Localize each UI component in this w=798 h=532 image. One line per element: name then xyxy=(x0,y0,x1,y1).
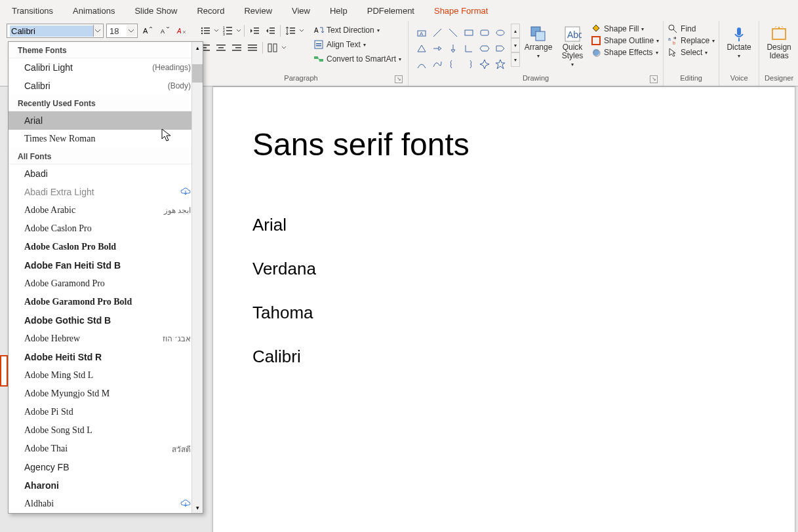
font-option[interactable]: Adobe Song Std L xyxy=(9,421,203,440)
font-dropdown-list[interactable]: ▴ ▾ Theme FontsCalibri Light(Headings)Ca… xyxy=(8,41,203,514)
font-option[interactable]: Calibri(Body) xyxy=(9,77,203,95)
font-option[interactable]: Adobe Thaiสวัสดี xyxy=(9,440,203,458)
select-button[interactable]: Select ▾ xyxy=(668,47,715,58)
numbering-button[interactable]: 123 xyxy=(220,24,235,38)
slide-body-text[interactable]: Calibri xyxy=(252,347,301,367)
increase-indent-button[interactable] xyxy=(263,24,277,38)
shape-rrect-icon[interactable] xyxy=(477,26,492,40)
chevron-down-icon[interactable] xyxy=(236,26,241,36)
tab-transitions[interactable]: Transitions xyxy=(3,2,62,20)
design-ideas-button[interactable]: Design Ideas xyxy=(763,24,795,60)
font-option[interactable]: Adobe Caslon Pro xyxy=(9,219,203,238)
font-option[interactable]: Calibri Light(Headings) xyxy=(9,58,203,77)
shapes-gallery-scroll[interactable]: ▴▾▾ xyxy=(511,24,520,73)
font-size-combo[interactable]: 18 xyxy=(106,24,138,38)
shape-line-icon[interactable] xyxy=(430,26,445,40)
shape-arrow-icon[interactable] xyxy=(430,41,445,56)
shape-hexagon-icon[interactable] xyxy=(477,41,492,56)
shape-rect-icon[interactable] xyxy=(462,26,476,40)
shape-arrow-down-icon[interactable] xyxy=(446,41,460,56)
font-option[interactable]: Adobe Caslon Pro Bold xyxy=(9,238,203,256)
increase-font-size-button[interactable]: A xyxy=(140,24,155,38)
designer-group-label: Designer xyxy=(765,74,793,82)
bullets-button[interactable] xyxy=(198,24,212,38)
font-option[interactable]: Arial xyxy=(9,111,203,130)
font-option[interactable]: Adobe Arabicابجد هوز xyxy=(9,201,203,219)
dictate-button[interactable]: Dictate ▾ xyxy=(723,24,755,60)
tab-review[interactable]: Review xyxy=(235,2,281,20)
font-option[interactable]: Adobe Hebrewאבג׳ הוז xyxy=(9,330,203,348)
shape-effects-button[interactable]: Shape Effects ▾ xyxy=(591,47,659,58)
font-option[interactable]: Adobe Gothic Std B xyxy=(9,311,203,330)
dropdown-section-header: Theme Fonts xyxy=(9,42,203,58)
shape-fill-button[interactable]: Shape Fill ▾ xyxy=(591,24,659,34)
columns-button[interactable] xyxy=(266,41,280,55)
shape-pentagon-icon[interactable] xyxy=(493,41,508,56)
shape-outline-button[interactable]: Shape Outline ▾ xyxy=(591,35,659,46)
slide-body-text[interactable]: Verdana xyxy=(252,259,316,279)
decrease-indent-button[interactable] xyxy=(247,24,262,38)
font-name-combo[interactable] xyxy=(7,24,104,38)
font-option[interactable]: Adobe Myungjo Std M xyxy=(9,385,203,403)
shape-curve-icon[interactable] xyxy=(430,57,445,71)
font-option[interactable]: Adobe Garamond Pro Bold xyxy=(9,293,203,311)
font-option[interactable]: Aharoni xyxy=(9,476,203,495)
shape-textbox-icon[interactable]: A xyxy=(414,26,429,40)
line-spacing-button[interactable] xyxy=(283,24,298,38)
shape-line2-icon[interactable] xyxy=(446,26,460,40)
shape-star4-icon[interactable] xyxy=(477,57,492,71)
quick-styles-button[interactable]: Abc Quick Styles ▾ xyxy=(557,24,588,69)
slide-thumbnail[interactable] xyxy=(0,355,8,387)
decrease-font-size-button[interactable]: A xyxy=(157,24,172,38)
justify-button[interactable] xyxy=(245,41,260,55)
svg-rect-35 xyxy=(248,50,257,51)
font-option[interactable]: Adobe Garamond Pro xyxy=(9,275,203,293)
font-name-dropdown-arrow[interactable] xyxy=(93,25,102,37)
slide-body-text[interactable]: Tahoma xyxy=(252,303,313,323)
font-option[interactable]: Adobe Ming Std L xyxy=(9,366,203,385)
arrange-button[interactable]: Arrange ▾ xyxy=(523,24,554,60)
clear-formatting-button[interactable]: A xyxy=(174,24,189,38)
align-center-button[interactable] xyxy=(214,41,228,55)
tab-pdfelement[interactable]: PDFelement xyxy=(358,2,424,20)
shape-elbow-icon[interactable] xyxy=(462,41,476,56)
tab-slideshow[interactable]: Slide Show xyxy=(125,2,186,20)
tab-view[interactable]: View xyxy=(283,2,319,20)
dropdown-scrollbar[interactable]: ▴ ▾ xyxy=(191,42,203,513)
chevron-down-icon[interactable] xyxy=(299,26,304,36)
slide-title-text[interactable]: Sans serif fonts xyxy=(252,126,469,162)
shape-connector-icon[interactable] xyxy=(414,57,429,71)
font-name-input[interactable] xyxy=(10,26,93,37)
text-direction-button[interactable]: A Text Direction ▾ xyxy=(311,24,404,37)
font-size-dropdown-arrow[interactable] xyxy=(127,25,136,37)
shape-triangle-icon[interactable] xyxy=(414,41,429,56)
tab-animations[interactable]: Animations xyxy=(64,2,124,20)
slide-body-text[interactable]: Arial xyxy=(252,215,287,235)
shapes-gallery[interactable]: A xyxy=(412,24,509,73)
chevron-down-icon[interactable] xyxy=(281,43,287,53)
font-option[interactable]: Adobe Heiti Std R xyxy=(9,348,203,366)
slide-canvas[interactable]: Sans serif fonts Arial Verdana Tahoma Ca… xyxy=(212,86,795,532)
shape-oval-icon[interactable] xyxy=(493,26,508,40)
shape-brace2-icon[interactable] xyxy=(462,57,476,71)
convert-to-smartart-button[interactable]: Convert to SmartArt ▾ xyxy=(311,52,404,66)
font-option[interactable]: Times New Roman xyxy=(9,130,203,148)
replace-button[interactable]: ab Replace ▾ xyxy=(668,35,715,46)
font-option[interactable]: Aldhabi xyxy=(9,495,203,513)
paragraph-dialog-launcher[interactable]: ↘ xyxy=(395,75,403,83)
font-option[interactable]: Adobe Fan Heiti Std B xyxy=(9,256,203,275)
tab-record[interactable]: Record xyxy=(188,2,233,20)
align-text-button[interactable]: Align Text ▾ xyxy=(311,38,404,51)
shape-star5-icon[interactable] xyxy=(493,57,508,71)
font-option[interactable]: Abadi Extra Light xyxy=(9,183,203,201)
drawing-dialog-launcher[interactable]: ↘ xyxy=(650,75,658,83)
chevron-down-icon[interactable] xyxy=(214,26,219,36)
font-option[interactable]: Adobe Pi Std xyxy=(9,403,203,421)
shape-brace-icon[interactable] xyxy=(446,57,460,71)
tab-shape-format[interactable]: Shape Format xyxy=(425,2,497,20)
align-right-button[interactable] xyxy=(229,41,244,55)
find-button[interactable]: Find xyxy=(668,24,715,34)
tab-help[interactable]: Help xyxy=(321,2,357,20)
font-option[interactable]: Agency FB xyxy=(9,458,203,476)
font-option[interactable]: Abadi xyxy=(9,164,203,183)
